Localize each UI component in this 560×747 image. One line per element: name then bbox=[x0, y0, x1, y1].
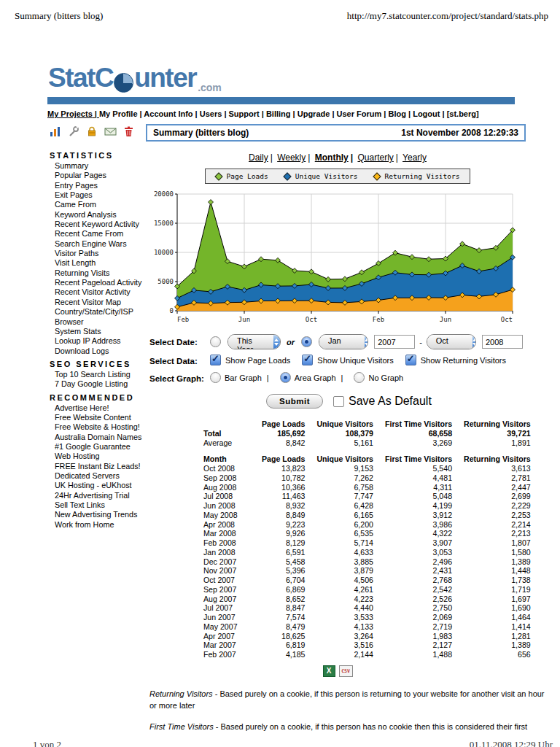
sidebar-item[interactable]: Sell Text Links bbox=[50, 500, 152, 510]
graph-radio[interactable] bbox=[354, 372, 365, 383]
sidebar-item[interactable]: 24Hr Advertising Trial bbox=[50, 491, 152, 500]
sidebar-item[interactable]: #1 Google Guarantee bbox=[50, 442, 152, 452]
sidebar-item[interactable]: Download Logs bbox=[50, 347, 152, 356]
range-date-radio[interactable] bbox=[301, 336, 312, 347]
nav-item[interactable]: Blog bbox=[389, 109, 413, 118]
period-link[interactable]: Quarterly bbox=[357, 152, 400, 163]
legend-marker-icon bbox=[283, 172, 291, 180]
sidebar-item[interactable]: Visit Length bbox=[50, 258, 152, 268]
summary-table: Page Loads Unique Visitors First Time Vi… bbox=[203, 419, 531, 447]
sidebar-item[interactable]: Work from Home bbox=[50, 520, 152, 530]
data-checkbox[interactable] bbox=[302, 355, 313, 365]
sidebar-item[interactable]: Visitor Paths bbox=[50, 249, 152, 258]
sidebar-item[interactable]: Australia Domain Names bbox=[50, 433, 152, 442]
envelope-icon[interactable] bbox=[104, 125, 117, 137]
table-row: Oct 2008 13,823 9,153 5,540 3,613 bbox=[203, 464, 531, 473]
wrench-icon[interactable] bbox=[68, 125, 79, 137]
graph-radio[interactable] bbox=[210, 372, 221, 383]
sidebar-item[interactable]: Web Hosting bbox=[50, 452, 152, 461]
trash-icon[interactable] bbox=[123, 125, 134, 137]
sidebar-item[interactable]: Recent Keyword Activity bbox=[50, 220, 152, 229]
from-month-select[interactable]: Jan bbox=[319, 334, 368, 349]
nav-item[interactable]: User Forum bbox=[337, 109, 389, 118]
sidebar-item[interactable]: Search Engine Wars bbox=[50, 239, 152, 249]
sidebar-item[interactable]: Recent Visitor Activity bbox=[50, 287, 152, 297]
nav-item[interactable]: Support bbox=[229, 109, 266, 118]
nav-item[interactable]: Upgrade bbox=[298, 109, 337, 118]
excel-export-icon[interactable]: X bbox=[323, 665, 335, 677]
report-datetime: 1st November 2008 12:29:33 bbox=[401, 128, 518, 138]
period-link[interactable]: Yearly bbox=[402, 152, 427, 163]
svg-text:20000: 20000 bbox=[154, 190, 174, 198]
nav-item[interactable]: [st.berg] bbox=[447, 109, 479, 118]
legend-marker-icon bbox=[373, 172, 381, 180]
data-checkbox[interactable] bbox=[210, 355, 221, 365]
sidebar-item[interactable]: Came From bbox=[50, 200, 152, 209]
print-footer-datetime: 01.11.2008 12:29 Uhr bbox=[470, 739, 553, 747]
sidebar-item[interactable]: Advertise Here! bbox=[50, 403, 152, 413]
table-row: May 2008 8,849 6,165 3,912 2,253 bbox=[203, 511, 531, 520]
sidebar-item[interactable]: Recent Visitor Map bbox=[50, 298, 152, 307]
period-link[interactable]: Daily bbox=[249, 152, 275, 163]
data-checkbox[interactable] bbox=[405, 355, 416, 365]
sidebar-item[interactable]: FREE Instant Biz Leads! bbox=[50, 462, 152, 471]
table-row: Jul 2007 8,847 4,440 2,750 1,690 bbox=[203, 603, 531, 613]
period-link[interactable]: Weekly bbox=[277, 152, 312, 163]
toolbar bbox=[50, 125, 134, 137]
nav-item[interactable]: My Profile bbox=[99, 109, 144, 118]
nav-item[interactable]: Billing bbox=[266, 109, 298, 118]
sidebar-item[interactable]: System Stats bbox=[50, 327, 152, 336]
graph-option: Bar Graph bbox=[206, 372, 274, 383]
sidebar-item[interactable]: Free Website & Hosting! bbox=[50, 422, 152, 432]
table-row: Nov 2007 5,396 3,879 2,431 1,448 bbox=[203, 566, 531, 576]
sidebar-item[interactable]: Country/State/City/ISP bbox=[50, 307, 152, 317]
sidebar-item[interactable]: Dedicated Servers bbox=[50, 471, 152, 481]
sidebar-item[interactable]: Top 10 Search Listing bbox=[50, 370, 152, 379]
sidebar-item[interactable]: Lookup IP Address bbox=[50, 336, 152, 346]
from-year-input[interactable] bbox=[374, 335, 415, 349]
submit-button[interactable]: Submit bbox=[266, 394, 323, 409]
lock-icon[interactable] bbox=[86, 125, 98, 137]
nav-item[interactable]: Account Info bbox=[144, 109, 199, 118]
sidebar-item[interactable]: 7 Day Google Listing bbox=[50, 379, 152, 389]
sidebar-item[interactable]: Summary bbox=[50, 161, 152, 171]
print-header-url: http://my7.statcounter.com/project/stand… bbox=[347, 10, 548, 22]
to-year-input[interactable] bbox=[482, 335, 523, 349]
select-data-row: Select Data: Show Page Loads Show Unique… bbox=[149, 355, 526, 367]
csv-export-icon[interactable]: CSV bbox=[339, 665, 353, 677]
to-month-select[interactable]: Oct bbox=[427, 334, 476, 349]
sidebar-item[interactable]: Recent Came From bbox=[50, 229, 152, 239]
sidebar-item[interactable]: Free Website Content bbox=[50, 413, 152, 422]
sidebar-item[interactable]: Returning Visits bbox=[50, 268, 152, 278]
graph-radio-label: No Graph bbox=[368, 374, 403, 382]
legend-label: Returning Visitors bbox=[385, 172, 460, 180]
preset-date-select[interactable]: This Year bbox=[228, 334, 281, 349]
statcounter-logo[interactable]: StatC unter .com bbox=[48, 64, 222, 91]
nav-item[interactable]: My Projects bbox=[47, 109, 99, 118]
nav-item[interactable]: Logout bbox=[413, 109, 446, 118]
period-link[interactable]: Monthly bbox=[315, 152, 355, 163]
table-row: Feb 2007 4,185 2,144 1,488 656 bbox=[203, 650, 531, 659]
save-default-checkbox[interactable] bbox=[333, 396, 344, 407]
sidebar-item[interactable]: Popular Pages bbox=[50, 171, 152, 180]
sidebar-item[interactable]: Exit Pages bbox=[50, 190, 152, 200]
svg-text:Oct: Oct bbox=[306, 316, 317, 323]
svg-text:Feb: Feb bbox=[177, 316, 189, 323]
sidebar-item[interactable]: Browser bbox=[50, 317, 152, 327]
preset-date-value: This Year bbox=[228, 335, 273, 349]
graph-radio[interactable] bbox=[280, 372, 291, 383]
nav-item[interactable]: Users bbox=[200, 109, 229, 118]
summary-col-firsttime: First Time Visitors bbox=[373, 419, 452, 429]
preset-date-radio[interactable] bbox=[210, 336, 221, 347]
graph-radio-label: Bar Graph bbox=[225, 374, 262, 382]
sidebar-item[interactable]: Keyword Analysis bbox=[50, 210, 152, 220]
main-content: Daily Weekly Monthly Quarterly Yearly Pa… bbox=[149, 146, 526, 743]
legend-marker-icon bbox=[214, 172, 222, 180]
sidebar-item[interactable]: Entry Pages bbox=[50, 181, 152, 190]
sidebar-item[interactable]: Recent Pageload Activity bbox=[50, 278, 152, 287]
month-col-pageloads: Page Loads bbox=[250, 454, 305, 464]
sidebar-item[interactable]: New Advertising Trends bbox=[50, 510, 152, 519]
sidebar-item[interactable]: UK Hosting - eUKhost bbox=[50, 481, 152, 490]
sidebar-heading-seo: SEO SERVICES bbox=[50, 360, 152, 368]
bar-chart-icon[interactable] bbox=[50, 125, 61, 137]
